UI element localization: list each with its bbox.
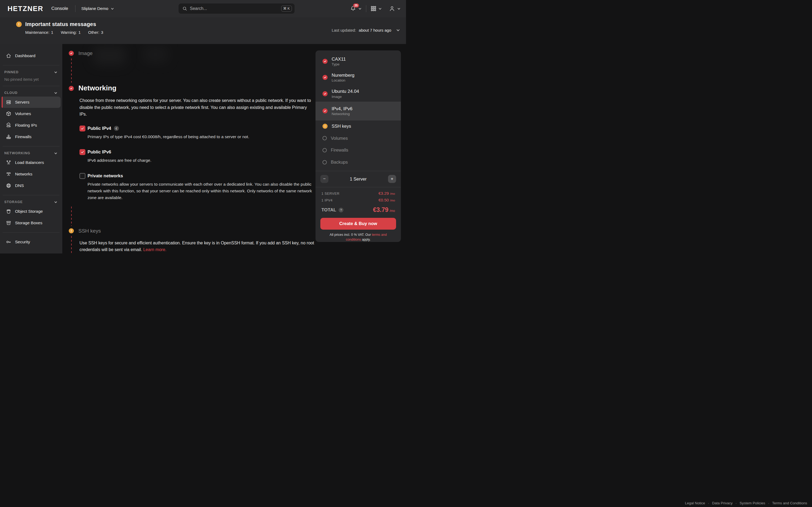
step-connector: [71, 236, 72, 253]
sidebar-item-volumes[interactable]: Volumes: [2, 108, 61, 119]
step-location[interactable]: Nuremberg Location: [315, 69, 401, 85]
learn-more-link[interactable]: Learn more.: [143, 247, 166, 252]
chevron-down-icon: [358, 7, 362, 10]
sidebar-divider: [3, 232, 60, 233]
check-icon: [322, 108, 327, 113]
load-balancer-icon: [6, 160, 11, 165]
sidebar-section-networking[interactable]: NETWORKING: [0, 150, 62, 157]
last-updated-label: Last updated:: [332, 28, 356, 33]
increase-server-count-button[interactable]: +: [388, 175, 396, 183]
top-bar: HETZNER Console Sliplane Demo ⌘ K 25: [0, 0, 406, 17]
maintenance-count: Maintenance:1: [25, 30, 53, 35]
vat-note: All prices incl. 0 % VAT. Our terms and …: [325, 232, 392, 242]
sidebar-item-floating-ips[interactable]: Floating IPs: [2, 120, 61, 131]
step-type[interactable]: CAX11 Type: [315, 53, 401, 69]
ssh-section-heading: SSH keys: [79, 228, 101, 234]
sidebar-item-dashboard[interactable]: Dashboard: [2, 50, 61, 61]
pinned-empty-text: No pinned items yet: [0, 76, 62, 82]
firewall-icon: [6, 134, 11, 139]
sidebar-item-storage-boxes[interactable]: Storage Boxes: [2, 217, 61, 229]
chevron-down-icon: [378, 7, 382, 10]
public-ipv4-checkbox[interactable]: [80, 125, 85, 131]
search-shortcut-badge: ⌘ K: [281, 6, 292, 11]
step-networking-active[interactable]: IPv4, IPv6 Networking: [315, 102, 401, 120]
project-name: Sliplane Demo: [81, 6, 108, 11]
step-firewalls[interactable]: Firewalls: [315, 144, 401, 156]
price-row-ipv4: 1 IPV4 €0.50 /mo: [321, 198, 395, 203]
image-step-check-icon: [69, 51, 74, 56]
last-updated-value: about 7 hours ago: [359, 28, 391, 33]
sidebar-item-load-balancers[interactable]: Load Balancers: [2, 157, 61, 168]
product-name: Console: [51, 6, 68, 11]
bell-icon: 25: [350, 5, 356, 12]
total-price: €3.79: [373, 206, 389, 213]
public-ipv6-checkbox[interactable]: [80, 149, 85, 155]
search-bar[interactable]: ⌘ K: [179, 3, 295, 14]
ssh-description: Use SSH keys for secure and efficient au…: [80, 240, 315, 253]
sidebar-item-object-storage[interactable]: Object Storage: [2, 206, 61, 217]
sidebar-section-pinned[interactable]: PINNED: [0, 69, 62, 76]
sidebar-item-firewalls[interactable]: Firewalls: [2, 131, 61, 143]
help-icon[interactable]: ?: [339, 208, 344, 213]
check-icon: [322, 91, 327, 96]
notification-count-badge: 25: [353, 3, 359, 7]
project-switcher[interactable]: Sliplane Demo: [81, 6, 114, 11]
server-count-stepper: − 1 Server +: [315, 171, 401, 187]
apps-menu[interactable]: [370, 6, 382, 11]
order-summary-column: CAX11 Type Nuremberg Location Ubuntu 24.…: [315, 44, 406, 253]
server-count: 1 Server: [328, 176, 388, 182]
warning-icon: !: [322, 124, 327, 129]
sidebar-item-servers[interactable]: Servers: [2, 97, 61, 108]
chevron-down-icon: [111, 7, 114, 10]
create-buy-button[interactable]: Create & Buy now: [320, 218, 396, 230]
step-ssh-keys[interactable]: ! SSH keys: [315, 120, 401, 132]
key-icon: [6, 239, 11, 245]
blurred-content: [143, 46, 168, 63]
decrease-server-count-button[interactable]: −: [320, 175, 328, 183]
globe-icon: [6, 183, 11, 188]
warning-icon: !: [16, 21, 22, 27]
sidebar-section-storage[interactable]: STORAGE: [0, 199, 62, 206]
step-volumes[interactable]: Volumes: [315, 132, 401, 144]
notifications-menu[interactable]: 25: [350, 5, 362, 12]
step-image[interactable]: Ubuntu 24.04 Image: [315, 86, 401, 102]
chevron-down-icon: [54, 70, 57, 74]
private-networks-description: Private networks allow your servers to c…: [88, 181, 315, 201]
empty-circle-icon: [322, 160, 327, 164]
step-backups[interactable]: Backups: [315, 156, 401, 168]
grid-icon: [370, 6, 376, 11]
topbar-actions: 25: [350, 0, 401, 17]
sidebar-section-cloud[interactable]: CLOUD: [0, 90, 62, 96]
empty-circle-icon: [322, 148, 327, 152]
networking-step-check-icon: [69, 86, 74, 91]
networking-section-heading: Networking: [79, 84, 116, 92]
last-updated-toggle[interactable]: Last updated: about 7 hours ago: [332, 28, 400, 33]
sidebar-divider: [3, 65, 60, 65]
search-input[interactable]: [190, 6, 281, 11]
order-summary-panel: CAX11 Type Nuremberg Location Ubuntu 24.…: [315, 50, 401, 242]
account-menu[interactable]: [389, 5, 401, 12]
warning-count: Warning:1: [61, 30, 81, 35]
sidebar-item-networks[interactable]: Networks: [2, 168, 61, 180]
pricing-summary: 1 SERVER €3.29 /mo 1 IPV4 €0.50 /mo TOTA…: [315, 187, 401, 214]
chevron-down-icon: [54, 91, 57, 95]
price-row-server: 1 SERVER €3.29 /mo: [321, 191, 395, 196]
create-server-main: Image Networking Choose from three netwo…: [62, 44, 315, 253]
other-count: Other:3: [88, 30, 103, 35]
bucket-icon: [6, 209, 11, 214]
image-section-heading: Image: [79, 50, 93, 56]
private-networks-checkbox[interactable]: [80, 173, 85, 179]
ssh-step-warning-icon: !: [69, 228, 74, 233]
sidebar-item-dns[interactable]: DNS: [2, 180, 61, 191]
topbar-divider: [75, 5, 75, 12]
server-icon: [6, 100, 11, 105]
sidebar-divider: [3, 86, 60, 86]
public-ipv6-label: Public IPv6: [88, 150, 111, 155]
sidebar-divider: [3, 146, 60, 147]
step-connector: [71, 207, 72, 226]
total-row: TOTAL ? €3.79 /mo: [321, 206, 395, 214]
hetzner-logo: HETZNER: [7, 5, 43, 13]
storage-box-icon: [6, 220, 11, 226]
status-title: Important status messages: [25, 21, 96, 27]
sidebar-item-security[interactable]: Security: [2, 236, 61, 247]
